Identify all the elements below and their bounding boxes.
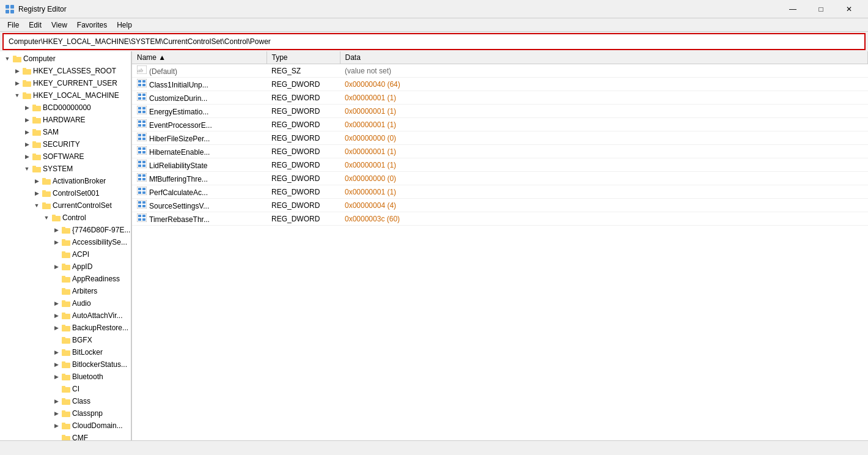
tree-item-bgfx[interactable]: BGFX [0, 334, 131, 346]
tree-item-controlset001[interactable]: ▶ ControlSet001 [0, 187, 131, 199]
table-row[interactable]: LidReliabilityStateREG_DWORD0x00000001 (… [132, 158, 868, 172]
tree-item-control[interactable]: ▼ Control [0, 212, 131, 224]
expander-system[interactable]: ▼ [22, 164, 32, 174]
svg-rect-19 [32, 141, 36, 143]
menu-view[interactable]: View [46, 20, 72, 31]
expander-autoattachvir[interactable]: ▶ [51, 311, 61, 320]
table-row[interactable]: EventProcessorE...REG_DWORD0x00000001 (1… [132, 118, 868, 131]
tree-item-computer[interactable]: ▼ Computer [0, 53, 131, 65]
tree-item-activationbroker[interactable]: ▶ ActivationBroker [0, 175, 131, 187]
expander-hkcr[interactable]: ▶ [12, 66, 22, 76]
expander-bluetooth[interactable]: ▶ [51, 372, 61, 382]
minimize-button[interactable]: — [779, 0, 807, 18]
expander-sub2[interactable]: ▶ [51, 237, 61, 247]
tree-item-appid[interactable]: ▶ AppID [0, 261, 131, 273]
tree-item-security[interactable]: ▶ SECURITY [0, 138, 131, 150]
expander-hklm[interactable]: ▼ [12, 91, 22, 100]
expander-software[interactable]: ▶ [22, 152, 32, 161]
expander-bgfx[interactable] [51, 335, 61, 345]
table-row[interactable]: MfBufferingThre...REG_DWORD0x00000000 (0… [132, 172, 868, 185]
expander-bitlocker[interactable]: ▶ [51, 347, 61, 357]
table-row[interactable]: Class1InitialUnp...REG_DWORD0x00000040 (… [132, 78, 868, 91]
menu-edit[interactable]: Edit [24, 20, 46, 31]
table-row[interactable]: TimerRebaseThr...REG_DWORD0x0000003c (60… [132, 212, 868, 226]
tree-item-software[interactable]: ▶ SOFTWARE [0, 150, 131, 163]
svg-rect-40 [62, 277, 70, 283]
table-row[interactable]: HibernateEnable...REG_DWORD0x00000001 (1… [132, 145, 868, 158]
tree-item-currentcontrolset[interactable]: ▼ CurrentControlSet [0, 199, 131, 212]
expander-control[interactable]: ▼ [42, 213, 51, 223]
tree-item-sam[interactable]: ▶ SAM [0, 126, 131, 138]
tree-item-system[interactable]: ▼ SYSTEM [0, 163, 131, 175]
expander-acpi[interactable] [51, 250, 61, 259]
tree-item-hardware[interactable]: ▶ HARDWARE [0, 114, 131, 126]
tree-item-clouddomain[interactable]: ▶ CloudDomain... [0, 420, 131, 432]
tree-item-bcd[interactable]: ▶ BCD00000000 [0, 102, 131, 114]
expander-backuprestore[interactable]: ▶ [51, 323, 61, 333]
tree-item-cmf[interactable]: CMF [0, 432, 131, 440]
expander-hkcu[interactable]: ▶ [12, 78, 22, 88]
expander-class[interactable]: ▶ [51, 396, 61, 406]
expander-classpnp[interactable]: ▶ [51, 409, 61, 418]
table-row[interactable]: SourceSettingsV...REG_DWORD0x00000004 (4… [132, 199, 868, 212]
table-row[interactable]: HiberFileSizePer...REG_DWORD0x00000000 (… [132, 131, 868, 145]
svg-rect-126 [138, 205, 141, 207]
expander-controlset001[interactable]: ▶ [32, 188, 42, 198]
tree-item-autoattachvir[interactable]: ▶ AutoAttachVir... [0, 309, 131, 322]
svg-rect-111 [138, 165, 141, 167]
close-button[interactable]: ✕ [835, 0, 863, 18]
expander-sam[interactable]: ▶ [22, 127, 32, 137]
expander-appreadiness[interactable] [51, 274, 61, 284]
expander-ci[interactable] [51, 384, 61, 394]
expander-clouddomain[interactable]: ▶ [51, 421, 61, 431]
column-header-type[interactable]: Type [267, 51, 340, 64]
folder-icon-bitlocker [61, 347, 71, 357]
expander-computer[interactable]: ▼ [2, 54, 12, 64]
expander-currentcontrolset[interactable]: ▼ [32, 201, 42, 210]
reg-dword-icon [137, 173, 147, 182]
menu-file[interactable]: File [2, 20, 24, 31]
tree-label-controlset001: ControlSet001 [53, 189, 100, 198]
table-row[interactable]: PerfCalculateAc...REG_DWORD0x00000001 (1… [132, 185, 868, 199]
table-row[interactable]: ab (Default)REG_SZ(value not set) [132, 64, 868, 78]
tree-item-backuprestore[interactable]: ▶ BackupRestore... [0, 322, 131, 334]
maximize-button[interactable]: □ [807, 0, 835, 18]
cell-data: 0x00000001 (1) [340, 105, 868, 118]
table-row[interactable]: CustomizeDurin...REG_DWORD0x00000001 (1) [132, 91, 868, 105]
folder-icon-sub1 [61, 225, 71, 235]
tree-item-appreadiness[interactable]: AppReadiness [0, 273, 131, 285]
tree-item-bitlocker[interactable]: ▶ BitLocker [0, 346, 131, 358]
expander-hardware[interactable]: ▶ [22, 115, 32, 125]
tree-item-hkcr[interactable]: ▶ HKEY_CLASSES_ROOT [0, 65, 131, 77]
tree-item-class[interactable]: ▶ Class [0, 395, 131, 407]
app-icon [5, 4, 15, 14]
tree-item-hkcu[interactable]: ▶ HKEY_CURRENT_USER [0, 77, 131, 89]
tree-item-hklm[interactable]: ▼ HKEY_LOCAL_MACHINE [0, 89, 131, 102]
tree-item-bitlockerstatus[interactable]: ▶ BitlockerStatus... [0, 358, 131, 371]
column-header-name[interactable]: Name ▲ [132, 51, 267, 64]
expander-bcd[interactable]: ▶ [22, 103, 32, 113]
tree-item-acpi[interactable]: ACPI [0, 248, 131, 261]
expander-bitlockerstatus[interactable]: ▶ [51, 360, 61, 369]
tree-item-audio[interactable]: ▶ Audio [0, 297, 131, 309]
menu-favorites[interactable]: Favorites [72, 20, 112, 31]
column-header-data[interactable]: Data [340, 51, 868, 64]
tree-panel[interactable]: ▼ Computer ▶ HKEY_CLASSES_ROOT ▶ [0, 51, 131, 440]
expander-sub1[interactable]: ▶ [51, 225, 61, 235]
expander-audio[interactable]: ▶ [51, 298, 61, 308]
title-bar: Registry Editor — □ ✕ [0, 0, 868, 18]
expander-activationbroker[interactable]: ▶ [32, 176, 42, 186]
tree-item-sub2[interactable]: ▶ AccessibilitySe... [0, 236, 131, 248]
expander-appid[interactable]: ▶ [51, 262, 61, 272]
tree-item-arbiters[interactable]: Arbiters [0, 285, 131, 297]
expander-arbiters[interactable] [51, 286, 61, 296]
tree-item-bluetooth[interactable]: ▶ Bluetooth [0, 371, 131, 383]
expander-security[interactable]: ▶ [22, 139, 32, 149]
address-bar[interactable]: Computer\HKEY_LOCAL_MACHINE\SYSTEM\Curre… [2, 33, 866, 50]
menu-help[interactable]: Help [112, 20, 137, 31]
table-row[interactable]: EnergyEstimatio...REG_DWORD0x00000001 (1… [132, 105, 868, 118]
expander-cmf[interactable] [51, 433, 61, 440]
tree-item-ci[interactable]: CI [0, 383, 131, 395]
tree-item-sub1[interactable]: ▶ {7746D80F-97E... [0, 224, 131, 236]
tree-item-classpnp[interactable]: ▶ Classpnp [0, 407, 131, 420]
